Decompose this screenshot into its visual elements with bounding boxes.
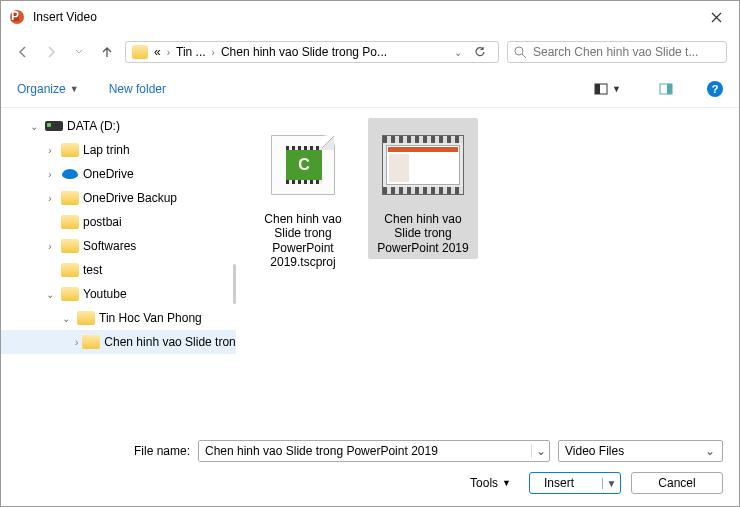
chevron-down-icon: ⌄: [704, 444, 716, 458]
folder-icon: [82, 335, 100, 349]
powerpoint-icon: P: [9, 9, 25, 25]
folder-icon: [61, 263, 79, 277]
chevron-down-icon[interactable]: ⌄: [43, 289, 57, 300]
file-item-selected[interactable]: Chen hinh vao Slide trong PowerPoint 201…: [368, 118, 478, 259]
address-bar[interactable]: « › Tin ... › Chen hinh vao Slide trong …: [125, 41, 499, 63]
tree-resizer[interactable]: [233, 264, 236, 304]
folder-icon: [61, 287, 79, 301]
cancel-button[interactable]: Cancel: [631, 472, 723, 494]
file-type-filter[interactable]: Video Files ⌄: [558, 440, 723, 462]
file-name: Chen hinh vao Slide trong PowerPoint 201…: [372, 212, 474, 255]
breadcrumb-ell: «: [154, 45, 161, 59]
file-name: Chen hinh vao Slide trong PowerPoint 201…: [252, 212, 354, 270]
chevron-down-icon[interactable]: ⌄: [59, 313, 73, 324]
tree-item[interactable]: ›OneDrive Backup: [1, 186, 236, 210]
recent-dropdown[interactable]: [69, 42, 89, 62]
onedrive-icon: [62, 169, 78, 179]
folder-icon: [61, 191, 79, 205]
up-button[interactable]: [97, 42, 117, 62]
tree-item[interactable]: ›Softwares: [1, 234, 236, 258]
folder-icon: [61, 239, 79, 253]
file-item[interactable]: C Chen hinh vao Slide trong PowerPoint 2…: [248, 118, 358, 274]
chevron-right-icon[interactable]: ›: [43, 193, 57, 204]
search-icon: [514, 46, 527, 59]
search-input[interactable]: [533, 45, 720, 59]
filename-input[interactable]: [199, 441, 531, 461]
folder-tree: ⌄DATA (D:) ›Lap trinh ›OneDrive ›OneDriv…: [1, 108, 236, 432]
camtasia-project-icon: C: [271, 135, 335, 195]
tree-item[interactable]: postbai: [1, 210, 236, 234]
chevron-down-icon: ▼: [502, 478, 511, 488]
tree-item[interactable]: ⌄Tin Hoc Van Phong: [1, 306, 236, 330]
breadcrumb-seg[interactable]: Chen hinh vao Slide trong Po...: [221, 45, 387, 59]
window-title: Insert Video: [33, 10, 693, 24]
filename-label: File name:: [134, 444, 190, 458]
svg-rect-7: [667, 84, 672, 94]
folder-icon: [132, 45, 148, 59]
tree-item-current[interactable]: ›Chen hinh vao Slide tron: [1, 330, 236, 354]
drive-icon: [45, 121, 63, 131]
chevron-right-icon: ›: [212, 47, 215, 58]
chevron-right-icon[interactable]: ›: [43, 169, 57, 180]
tree-item[interactable]: ›OneDrive: [1, 162, 236, 186]
new-folder-button[interactable]: New folder: [109, 82, 166, 96]
chevron-down-icon: ▼: [70, 84, 79, 94]
chevron-right-icon[interactable]: ›: [75, 337, 78, 348]
tree-item[interactable]: ›Lap trinh: [1, 138, 236, 162]
view-menu[interactable]: ▼: [590, 81, 625, 97]
refresh-button[interactable]: [468, 45, 492, 59]
search-box[interactable]: [507, 41, 727, 63]
back-button[interactable]: [13, 42, 33, 62]
insert-dropdown[interactable]: ▼: [602, 478, 620, 489]
organize-menu[interactable]: Organize▼: [17, 82, 79, 96]
chevron-down-icon[interactable]: ⌄: [454, 47, 462, 58]
svg-text:P: P: [11, 9, 19, 23]
help-button[interactable]: ?: [707, 81, 723, 97]
chevron-down-icon: ▼: [612, 84, 621, 94]
forward-button[interactable]: [41, 42, 61, 62]
filename-combo[interactable]: ⌄: [198, 440, 550, 462]
folder-icon: [77, 311, 95, 325]
file-list[interactable]: C Chen hinh vao Slide trong PowerPoint 2…: [236, 108, 739, 432]
svg-point-3: [515, 47, 523, 55]
chevron-right-icon: ›: [167, 47, 170, 58]
chevron-right-icon[interactable]: ›: [43, 241, 57, 252]
tree-item[interactable]: test: [1, 258, 236, 282]
svg-rect-5: [595, 84, 600, 94]
preview-pane-button[interactable]: [655, 81, 677, 97]
insert-button[interactable]: Insert ▼: [529, 472, 621, 494]
chevron-down-icon[interactable]: ⌄: [27, 121, 41, 132]
tree-item-drive[interactable]: ⌄DATA (D:): [1, 114, 236, 138]
video-thumbnail-icon: [382, 135, 464, 195]
breadcrumb-seg[interactable]: Tin ...: [176, 45, 206, 59]
folder-icon: [61, 143, 79, 157]
close-button[interactable]: [701, 7, 731, 27]
tools-menu[interactable]: Tools▼: [470, 476, 511, 490]
folder-icon: [61, 215, 79, 229]
tree-item[interactable]: ⌄Youtube: [1, 282, 236, 306]
chevron-down-icon[interactable]: ⌄: [531, 444, 549, 458]
chevron-right-icon[interactable]: ›: [43, 145, 57, 156]
